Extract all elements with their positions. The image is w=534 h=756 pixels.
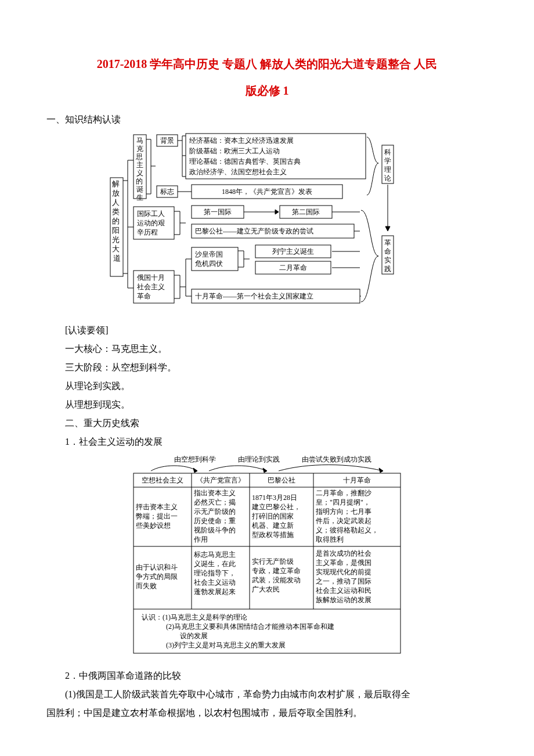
svg-text:取得胜利: 取得胜利 — [316, 535, 344, 543]
svg-text:第二国际: 第二国际 — [292, 208, 320, 216]
svg-text:社会主义运动: 社会主义运动 — [194, 578, 236, 586]
svg-text:历史使命；重: 历史使命；重 — [194, 517, 236, 525]
svg-text:革命: 革命 — [137, 292, 151, 300]
svg-text:二月革命，推翻沙: 二月革命，推翻沙 — [316, 489, 371, 497]
paragraph-last-1: (1)俄国是工人阶级武装首先夺取中心城市，革命势力由城市向农村扩展，最后取得全 — [46, 685, 488, 704]
svg-text:二月革命: 二月革命 — [279, 264, 307, 272]
svg-text:实现现代化的前提: 实现现代化的前提 — [316, 568, 371, 576]
svg-text:打碎旧的国家: 打碎旧的国家 — [251, 512, 294, 520]
svg-text:政治经济学、法国空想社会主义: 政治经济学、法国空想社会主义 — [189, 168, 287, 176]
svg-text:争方式的局限: 争方式的局限 — [136, 573, 178, 581]
svg-text:解
        放
        人
        : 解 放 人 类 的 阳 光 大 道 — [112, 179, 121, 262]
svg-text:列宁主义诞生: 列宁主义诞生 — [272, 247, 314, 255]
svg-text:社会主义运动和民: 社会主义运动和民 — [316, 586, 371, 595]
svg-marker-47 — [193, 468, 197, 473]
svg-text:皇；"四月提纲"，: 皇；"四月提纲"， — [316, 498, 370, 506]
svg-text:机器、建立新: 机器、建立新 — [252, 521, 294, 530]
svg-text:设的发展: 设的发展 — [180, 632, 208, 640]
d1-root-char: 解 — [112, 179, 120, 188]
svg-text:义；彼得格勒起义，: 义；彼得格勒起义， — [316, 526, 378, 534]
svg-text:指明方向；七月事: 指明方向；七月事 — [315, 507, 371, 516]
svg-text:危机四伏: 危机四伏 — [195, 260, 223, 268]
svg-text:而失败: 而失败 — [136, 582, 157, 590]
svg-text:社会主义: 社会主义 — [137, 283, 165, 291]
svg-text:巴黎公社: 巴黎公社 — [268, 476, 295, 484]
svg-text:空想社会主义: 空想社会主义 — [142, 476, 183, 484]
reading-heading: [认读要领] — [46, 321, 488, 340]
svg-text:俄国十月: 俄国十月 — [137, 273, 165, 282]
svg-marker-21 — [275, 210, 279, 214]
svg-text:由空想到科学: 由空想到科学 — [174, 455, 216, 463]
svg-text:义诞生，在此: 义诞生，在此 — [194, 560, 236, 568]
svg-text:视阶级斗争的: 视阶级斗争的 — [194, 526, 236, 534]
svg-marker-49 — [379, 468, 383, 473]
reading-line-2: 三大阶段：从空想到科学。 — [46, 358, 488, 377]
svg-text:马克思
        主义的
        诞生: 马克思 主义的 诞生 — [135, 136, 145, 201]
svg-text:标志马克思主: 标志马克思主 — [193, 550, 236, 559]
page-title-line2: 版必修 1 — [46, 79, 488, 102]
svg-text:弊端；提出一: 弊端；提出一 — [136, 512, 178, 520]
svg-text:是首次成功的社会: 是首次成功的社会 — [316, 549, 371, 557]
svg-text:蓬勃发展起来: 蓬勃发展起来 — [194, 588, 236, 596]
svg-text:广大农民: 广大农民 — [252, 585, 280, 593]
svg-marker-48 — [263, 468, 267, 473]
section-2-heading: 二、重大历史线索 — [46, 414, 488, 433]
svg-text:标志: 标志 — [160, 188, 174, 196]
svg-text:主义革命，是俄国: 主义革命，是俄国 — [316, 559, 371, 567]
svg-text:抨击资本主义: 抨击资本主义 — [135, 503, 178, 511]
page-title-line1: 2017-2018 学年高中历史 专题八 解放人类的阳光大道专题整合 人民 — [46, 52, 488, 75]
svg-text:《共产党宣言》: 《共产党宣言》 — [196, 476, 245, 484]
reading-line-1: 一大核心：马克思主义。 — [46, 340, 488, 358]
svg-text:族解放运动的发展: 族解放运动的发展 — [316, 596, 371, 604]
svg-text:由尝试失败到成功实践: 由尝试失败到成功实践 — [302, 455, 371, 463]
socialism-development-table: 由空想到科学 由理论到实践 由尝试失败到成功实践 空想社会主义 《共 — [46, 453, 488, 663]
svg-text:(2)马克思主义要和具体国情结合才能推动本国革命和建: (2)马克思主义要和具体国情结合才能推动本国革命和建 — [166, 622, 334, 631]
svg-text:指出资本主义: 指出资本主义 — [193, 489, 236, 497]
svg-text:建立巴黎公社，: 建立巴黎公社， — [251, 503, 301, 511]
svg-text:理论基础：德国古典哲学、英国古典: 理论基础：德国古典哲学、英国古典 — [189, 157, 301, 165]
svg-text:阶级基础：欧洲三大工人运动: 阶级基础：欧洲三大工人运动 — [189, 147, 280, 155]
knowledge-structure-diagram: 解 放 人 类 的 阳 光 大 道 马克思 主义的 诞生 — [46, 131, 488, 318]
svg-text:示无产阶级的: 示无产阶级的 — [194, 507, 236, 516]
section-1-heading: 一、知识结构认读 — [46, 110, 488, 129]
svg-text:十月革命: 十月革命 — [343, 476, 371, 484]
svg-text:巴黎公社——建立无产阶级专政的尝试: 巴黎公社——建立无产阶级专政的尝试 — [195, 227, 313, 235]
svg-text:1848年，《共产党宣言》发表: 1848年，《共产党宣言》发表 — [222, 188, 312, 196]
svg-text:理论指导下，: 理论指导下， — [194, 569, 236, 577]
svg-text:型政权等措施: 型政权等措施 — [252, 531, 294, 539]
svg-text:运动的艰: 运动的艰 — [137, 219, 165, 227]
svg-text:经济基础：资本主义经济迅速发展: 经济基础：资本主义经济迅速发展 — [189, 136, 294, 145]
svg-text:件后，决定武装起: 件后，决定武装起 — [316, 517, 371, 525]
svg-text:科学理论: 科学理论 — [384, 148, 391, 182]
reading-line-3: 从理论到实践。 — [46, 377, 488, 395]
paragraph-last-2: 国胜利；中国是建立农村革命根据地，以农村包围城市，最后夺取全国胜利。 — [46, 704, 488, 722]
svg-text:沙皇帝国: 沙皇帝国 — [195, 250, 223, 258]
svg-text:之一，推动了国际: 之一，推动了国际 — [316, 577, 371, 585]
section-2-item-2: 2．中俄两国革命道路的比较 — [46, 667, 488, 685]
section-2-item-1: 1．社会主义运动的发展 — [46, 433, 488, 451]
svg-text:作用: 作用 — [193, 535, 208, 543]
svg-text:必然灭亡；揭: 必然灭亡；揭 — [194, 498, 236, 506]
svg-text:些美妙设想: 些美妙设想 — [136, 521, 171, 530]
svg-text:国际工人: 国际工人 — [137, 210, 165, 218]
svg-text:辛历程: 辛历程 — [137, 228, 158, 236]
svg-text:(3)列宁主义是对马克思主义的重大发展: (3)列宁主义是对马克思主义的重大发展 — [166, 641, 286, 649]
reading-line-4: 从理想到现实。 — [46, 395, 488, 414]
svg-text:由于认识和斗: 由于认识和斗 — [136, 563, 178, 571]
svg-text:第一国际: 第一国际 — [204, 208, 232, 216]
svg-text:革命实践: 革命实践 — [384, 239, 391, 273]
svg-text:十月革命——第一个社会主义国家建立: 十月革命——第一个社会主义国家建立 — [195, 292, 313, 300]
svg-text:认识：(1)马克思主义是科学的理论: 认识：(1)马克思主义是科学的理论 — [142, 613, 247, 621]
svg-text:由理论到实践: 由理论到实践 — [238, 455, 280, 463]
svg-text:1871年3月28日: 1871年3月28日 — [252, 494, 297, 502]
svg-text:武装，没能发动: 武装，没能发动 — [252, 576, 301, 584]
svg-text:背景: 背景 — [160, 136, 174, 145]
svg-marker-41 — [385, 226, 390, 231]
document-page: 2017-2018 学年高中历史 专题八 解放人类的阳光大道专题整合 人民 版必… — [0, 0, 534, 746]
svg-text:实行无产阶级: 实行无产阶级 — [252, 557, 294, 566]
svg-text:专政，建立革命: 专政，建立革命 — [252, 567, 301, 575]
